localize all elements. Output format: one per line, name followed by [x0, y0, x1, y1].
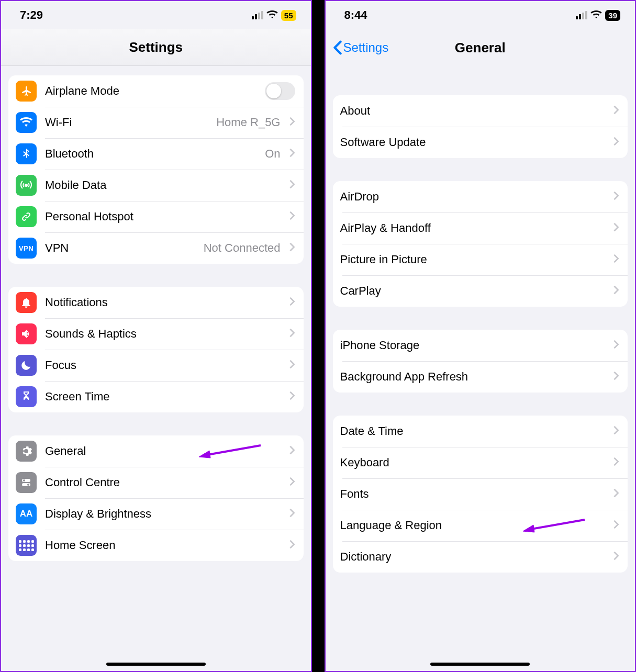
row-label: Airplane Mode — [45, 84, 256, 98]
settings-list[interactable]: Airplane ModeWi-FiHome R_5GBluetoothOnMo… — [1, 66, 311, 671]
battery-indicator: 55 — [281, 10, 296, 21]
wifi-icon — [16, 112, 37, 133]
row-label: AirDrop — [340, 190, 605, 204]
page-title: Settings — [129, 39, 183, 55]
settings-group: NotificationsSounds & HapticsFocusScreen… — [8, 287, 304, 412]
row-label: Software Update — [340, 136, 605, 149]
row-label: Focus — [45, 359, 281, 372]
battery-indicator: 39 — [605, 10, 620, 21]
row-display[interactable]: AADisplay & Brightness — [8, 498, 304, 530]
row-label: Dictionary — [340, 550, 605, 564]
row-label: Picture in Picture — [340, 253, 605, 266]
settings-group: AboutSoftware Update — [333, 95, 628, 158]
row-swupdate[interactable]: Software Update — [333, 127, 628, 158]
row-airplay[interactable]: AirPlay & Handoff — [333, 212, 628, 244]
row-notifications[interactable]: Notifications — [8, 287, 304, 318]
chevron-right-icon — [613, 222, 619, 234]
row-label: Mobile Data — [45, 178, 281, 192]
row-label: VPN — [45, 241, 195, 255]
row-label: AirPlay & Handoff — [340, 221, 605, 235]
row-label: CarPlay — [340, 284, 605, 298]
chevron-right-icon — [613, 340, 619, 351]
general-list[interactable]: AboutSoftware UpdateAirDropAirPlay & Han… — [326, 66, 635, 671]
status-time: 8:44 — [344, 8, 367, 22]
airplane-icon — [16, 81, 37, 102]
home-indicator[interactable] — [106, 663, 206, 666]
row-dictionary[interactable]: Dictionary — [333, 541, 628, 573]
row-label: Notifications — [45, 296, 281, 309]
row-label: Sounds & Haptics — [45, 327, 281, 341]
chevron-right-icon — [613, 520, 619, 531]
row-storage[interactable]: iPhone Storage — [333, 330, 628, 361]
row-label: Language & Region — [340, 519, 605, 532]
row-langregion[interactable]: Language & Region — [333, 510, 628, 541]
row-label: General — [45, 444, 281, 458]
hourglass-icon — [16, 386, 37, 407]
wifi-icon — [590, 8, 602, 22]
gear-icon — [16, 441, 37, 462]
wifi-icon — [266, 8, 278, 22]
row-label: Control Centre — [45, 476, 281, 489]
chevron-right-icon — [613, 105, 619, 117]
chevron-right-icon — [289, 297, 295, 308]
svg-point-4 — [23, 479, 25, 481]
row-label: Background App Refresh — [340, 370, 605, 384]
status-bar: 8:44 39 — [326, 1, 635, 29]
row-general[interactable]: General — [8, 435, 304, 467]
row-hotspot[interactable]: Personal Hotspot — [8, 201, 304, 232]
chevron-right-icon — [289, 180, 295, 191]
chevron-right-icon — [289, 540, 295, 551]
home-indicator[interactable] — [430, 663, 530, 666]
bluetooth-icon — [16, 143, 37, 164]
svg-point-5 — [27, 484, 29, 486]
vpn-icon: VPN — [16, 238, 37, 259]
row-airplane[interactable]: Airplane Mode — [8, 75, 304, 107]
chevron-right-icon — [289, 477, 295, 488]
row-label: Personal Hotspot — [45, 210, 281, 223]
row-bgrefresh[interactable]: Background App Refresh — [333, 361, 628, 393]
row-label: Keyboard — [340, 456, 605, 469]
chevron-right-icon — [289, 328, 295, 340]
row-label: iPhone Storage — [340, 339, 605, 352]
switches-icon — [16, 472, 37, 493]
row-pip[interactable]: Picture in Picture — [333, 244, 628, 275]
row-carplay[interactable]: CarPlay — [333, 275, 628, 307]
settings-screen: 7:29 55 Settings Airplane ModeWi-FiHome … — [0, 0, 312, 672]
back-button[interactable]: Settings — [333, 29, 389, 66]
chevron-right-icon — [613, 285, 619, 297]
settings-group: Date & TimeKeyboardFontsLanguage & Regio… — [333, 416, 628, 573]
row-datetime[interactable]: Date & Time — [333, 416, 628, 447]
row-label: Home Screen — [45, 539, 281, 552]
row-airdrop[interactable]: AirDrop — [333, 181, 628, 212]
row-label: About — [340, 104, 605, 118]
row-vpn[interactable]: VPNVPNNot Connected — [8, 232, 304, 264]
chevron-right-icon — [613, 191, 619, 203]
row-bluetooth[interactable]: BluetoothOn — [8, 138, 304, 170]
row-controlcentre[interactable]: Control Centre — [8, 467, 304, 498]
row-value: On — [265, 147, 280, 161]
toggle-switch[interactable] — [265, 82, 295, 100]
antenna-icon — [16, 175, 37, 196]
row-about[interactable]: About — [333, 95, 628, 127]
settings-group: AirDropAirPlay & HandoffPicture in Pictu… — [333, 181, 628, 307]
row-fonts[interactable]: Fonts — [333, 478, 628, 510]
row-screentime[interactable]: Screen Time — [8, 381, 304, 412]
link-icon — [16, 206, 37, 227]
settings-group: iPhone StorageBackground App Refresh — [333, 330, 628, 393]
chevron-right-icon — [289, 508, 295, 520]
row-keyboard[interactable]: Keyboard — [333, 447, 628, 478]
row-value: Home R_5G — [216, 116, 280, 129]
chevron-right-icon — [613, 457, 619, 468]
row-wifi[interactable]: Wi-FiHome R_5G — [8, 107, 304, 138]
back-label: Settings — [343, 40, 389, 55]
homegrid-icon — [16, 535, 37, 556]
row-focus[interactable]: Focus — [8, 350, 304, 381]
row-mobiledata[interactable]: Mobile Data — [8, 170, 304, 201]
row-label: Wi-Fi — [45, 116, 208, 129]
row-homescreen[interactable]: Home Screen — [8, 530, 304, 561]
page-title: General — [455, 40, 506, 56]
chevron-right-icon — [613, 551, 619, 563]
chevron-right-icon — [289, 148, 295, 160]
row-label: Screen Time — [45, 390, 281, 404]
row-sounds[interactable]: Sounds & Haptics — [8, 318, 304, 350]
